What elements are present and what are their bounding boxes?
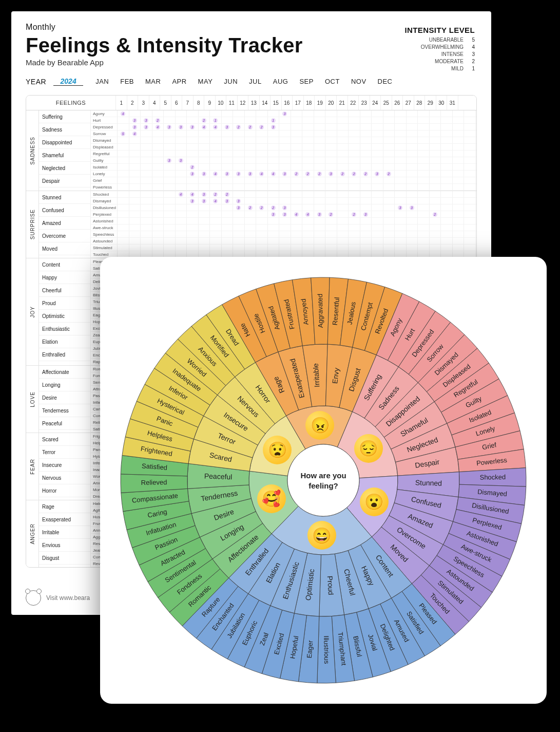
day-cell[interactable] xyxy=(430,137,441,143)
footer-link[interactable]: Visit www.beara xyxy=(46,594,90,602)
day-cell[interactable] xyxy=(464,245,476,251)
day-cell[interactable] xyxy=(176,164,187,170)
day-cell[interactable] xyxy=(407,211,418,217)
day-cell[interactable]: 2 xyxy=(325,211,337,217)
day-cell[interactable] xyxy=(464,124,476,130)
day-cell[interactable] xyxy=(129,204,141,211)
day-cell[interactable] xyxy=(291,110,303,117)
month-feb[interactable]: FEB xyxy=(120,78,134,85)
day-cell[interactable] xyxy=(279,218,291,224)
day-cell[interactable] xyxy=(129,177,141,183)
day-cell[interactable] xyxy=(430,110,441,117)
day-cell[interactable] xyxy=(349,224,360,231)
day-cell[interactable] xyxy=(441,137,453,143)
day-cell[interactable] xyxy=(302,231,314,237)
day-cell[interactable] xyxy=(395,117,407,123)
day-cell[interactable]: 2 xyxy=(291,171,303,177)
day-cell[interactable] xyxy=(325,117,337,123)
day-cell[interactable] xyxy=(199,245,210,251)
day-cell[interactable]: 3 xyxy=(199,171,210,177)
day-cell[interactable] xyxy=(325,157,337,163)
day-cell[interactable] xyxy=(464,144,476,150)
day-cell[interactable] xyxy=(337,130,349,137)
day-cell[interactable] xyxy=(441,144,453,150)
day-cell[interactable] xyxy=(407,177,418,183)
day-cell[interactable] xyxy=(279,231,291,237)
day-cell[interactable] xyxy=(325,130,337,137)
day-cell[interactable] xyxy=(291,224,303,231)
day-cell[interactable] xyxy=(430,231,441,237)
day-cell[interactable] xyxy=(176,144,187,150)
day-cell[interactable] xyxy=(464,238,476,244)
day-cell[interactable] xyxy=(360,204,372,211)
day-cell[interactable] xyxy=(279,184,291,190)
day-cell[interactable] xyxy=(222,245,234,251)
day-cell[interactable] xyxy=(395,211,407,217)
day-cell[interactable] xyxy=(360,184,372,190)
day-cell[interactable] xyxy=(279,245,291,251)
day-cell[interactable] xyxy=(233,110,245,117)
day-cell[interactable]: 2 xyxy=(430,211,441,217)
day-cell[interactable] xyxy=(152,151,164,157)
day-cell[interactable] xyxy=(256,117,268,123)
day-cell[interactable] xyxy=(199,184,210,190)
day-cell[interactable] xyxy=(372,204,383,211)
day-cell[interactable] xyxy=(302,151,314,157)
day-cell[interactable]: 3 xyxy=(164,157,176,163)
day-cell[interactable]: 2 xyxy=(256,124,268,130)
day-cell[interactable] xyxy=(118,184,129,190)
day-cell[interactable] xyxy=(395,157,407,163)
day-cell[interactable]: 2 xyxy=(187,164,199,170)
day-cell[interactable] xyxy=(129,137,141,143)
day-cell[interactable] xyxy=(222,144,234,150)
day-cell[interactable] xyxy=(453,110,465,117)
month-oct[interactable]: OCT xyxy=(325,78,340,85)
day-cell[interactable] xyxy=(302,238,314,244)
day-cell[interactable] xyxy=(418,117,430,123)
day-cell[interactable] xyxy=(164,231,176,237)
day-cell[interactable] xyxy=(360,130,372,137)
day-cell[interactable] xyxy=(372,117,383,123)
day-cell[interactable] xyxy=(314,130,326,137)
day-cell[interactable] xyxy=(372,124,383,130)
day-cell[interactable] xyxy=(152,157,164,163)
day-cell[interactable] xyxy=(245,238,257,244)
day-cell[interactable] xyxy=(325,224,337,231)
day-cell[interactable] xyxy=(256,211,268,217)
day-cell[interactable] xyxy=(314,110,326,117)
day-cell[interactable] xyxy=(302,137,314,143)
day-cell[interactable] xyxy=(441,164,453,170)
day-cell[interactable] xyxy=(453,204,465,211)
day-cell[interactable] xyxy=(464,211,476,217)
day-cell[interactable] xyxy=(383,204,395,211)
day-cell[interactable] xyxy=(256,164,268,170)
day-cell[interactable] xyxy=(268,231,280,237)
day-cell[interactable] xyxy=(291,124,303,130)
day-cell[interactable] xyxy=(268,177,280,183)
day-cell[interactable] xyxy=(141,130,152,137)
day-cell[interactable] xyxy=(337,198,349,204)
day-cell[interactable] xyxy=(441,198,453,204)
day-cell[interactable] xyxy=(222,211,234,217)
day-cell[interactable] xyxy=(245,164,257,170)
day-cell[interactable] xyxy=(395,245,407,251)
day-cell[interactable] xyxy=(372,157,383,163)
day-cell[interactable] xyxy=(256,110,268,117)
day-cell[interactable] xyxy=(187,177,199,183)
day-cell[interactable]: 1 xyxy=(210,117,222,123)
day-cell[interactable] xyxy=(349,218,360,224)
day-cell[interactable] xyxy=(245,137,257,143)
day-cell[interactable] xyxy=(360,110,372,117)
day-cell[interactable] xyxy=(418,238,430,244)
day-cell[interactable] xyxy=(453,198,465,204)
day-cell[interactable] xyxy=(372,245,383,251)
day-cell[interactable] xyxy=(441,171,453,177)
day-cell[interactable] xyxy=(325,144,337,150)
day-cell[interactable] xyxy=(199,164,210,170)
day-cell[interactable] xyxy=(210,184,222,190)
day-cell[interactable] xyxy=(464,164,476,170)
day-cell[interactable] xyxy=(372,191,383,197)
day-cell[interactable] xyxy=(337,124,349,130)
day-cell[interactable] xyxy=(245,211,257,217)
day-cell[interactable] xyxy=(210,204,222,211)
